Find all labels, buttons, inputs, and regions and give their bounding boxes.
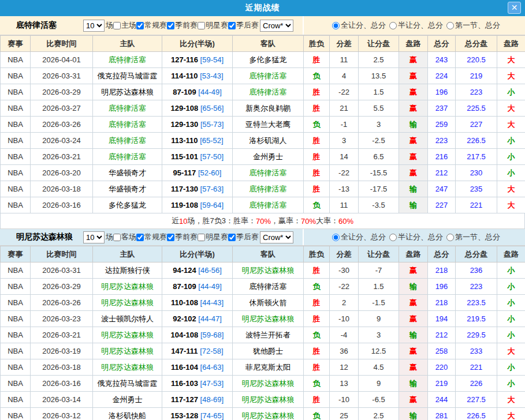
handicap-cell: 2.5	[359, 52, 399, 68]
games-suffix-label: 场	[106, 20, 113, 31]
table-row: NBA 2026-03-19 明尼苏达森林狼 147-111 [72-58] 犹…	[1, 343, 525, 359]
preseason-checkbox-2[interactable]	[167, 234, 174, 241]
home-team-cell: 金州勇士	[93, 392, 162, 408]
full-handicap-radio[interactable]	[332, 22, 340, 29]
away-team-cell: 底特律活塞	[233, 197, 304, 213]
allstar-checkbox-2[interactable]	[198, 234, 205, 241]
date-cell: 2026-03-27	[31, 100, 93, 117]
radio-first-quarter[interactable]: 第一节、总分	[443, 20, 500, 31]
diff-cell: -22	[330, 84, 359, 100]
league-cell: NBA	[1, 327, 31, 343]
league-cell: NBA	[1, 100, 31, 117]
first-quarter-radio-2[interactable]	[446, 234, 454, 241]
handicap-cell: -3.5	[359, 197, 399, 213]
col-handicap-result: 盘路	[399, 246, 428, 262]
away-team-cell: 底特律活塞	[233, 165, 304, 181]
result-cell: 胜	[304, 100, 330, 117]
regular-season-checkbox[interactable]	[136, 22, 144, 29]
col-handicap-result: 盘路	[399, 36, 428, 52]
league-cell: NBA	[1, 149, 31, 165]
col-total-line: 总分盘	[456, 36, 497, 52]
ou-result-cell: 大	[497, 197, 525, 213]
diff-cell: 21	[330, 100, 359, 117]
first-quarter-radio[interactable]	[446, 22, 454, 29]
handicap-result-cell: 赢	[399, 359, 428, 376]
radio-half-handicap-2[interactable]: 半让分、总分	[386, 232, 443, 242]
checkbox-preseason[interactable]: 季前赛	[167, 20, 198, 31]
col-away: 客队	[233, 246, 304, 262]
diff-cell: 2	[330, 295, 359, 311]
checkbox-allstar[interactable]: 明星赛	[198, 20, 228, 31]
col-total: 总分	[428, 36, 456, 52]
games-suffix-label-2: 场	[106, 232, 113, 242]
total-cell: 258	[428, 343, 456, 359]
games-table-timberwolves: 赛事 比赛时间 主队 比分(半场) 客队 胜负 分差 让分盘 盘路 总分 总分盘…	[0, 246, 525, 420]
date-cell: 2026-03-31	[31, 262, 93, 279]
checkbox-home-games[interactable]: 主场	[113, 20, 136, 31]
playoffs-checkbox-2[interactable]	[228, 234, 236, 241]
league-cell: NBA	[1, 68, 31, 84]
checkbox-playoffs[interactable]: 季后赛	[228, 20, 259, 31]
home-team-cell: 明尼苏达森林狼	[93, 84, 162, 100]
total-line-cell: 227	[456, 117, 497, 133]
date-cell: 2026-03-12	[31, 408, 93, 420]
away-team-cell: 明尼苏达森林狼	[233, 262, 304, 279]
half-handicap-radio[interactable]	[389, 22, 397, 29]
close-icon[interactable]: ✕	[508, 2, 521, 14]
handicap-cell: 4.5	[359, 359, 399, 376]
checkbox-away-games[interactable]: 客场	[113, 232, 136, 242]
radio-full-handicap[interactable]: 全让分、总分	[329, 20, 386, 31]
odds-source-select[interactable]: Crow*	[260, 20, 293, 32]
summary-segment: 10	[179, 217, 187, 226]
radio-full-handicap-2[interactable]: 全让分、总分	[329, 232, 386, 242]
diff-cell: -1	[330, 117, 359, 133]
score-cell: 114-110 [53-43]	[162, 68, 233, 84]
checkbox-regular-season[interactable]: 常规赛	[136, 20, 167, 31]
score-cell: 110-108 [44-43]	[162, 295, 233, 311]
total-line-cell: 236	[456, 262, 497, 279]
games-tbody-timberwolves: NBA 2026-03-31 达拉斯独行侠 94-124 [46-56] 明尼苏…	[1, 262, 525, 420]
games-count-select-2[interactable]: 10	[83, 231, 105, 243]
away-team-cell: 犹他爵士	[233, 343, 304, 359]
result-cell: 负	[304, 197, 330, 213]
total-line-cell: 223	[456, 84, 497, 100]
ou-result-cell: 大	[497, 343, 525, 359]
handicap-cell: 1.5	[359, 279, 399, 295]
checkbox-allstar-2[interactable]: 明星赛	[198, 232, 228, 242]
total-line-cell: 226	[456, 376, 497, 392]
total-line-cell: 227.5	[456, 392, 497, 408]
total-cell: 218	[428, 295, 456, 311]
checkbox-regular-season-2[interactable]: 常规赛	[136, 232, 167, 242]
half-handicap-radio-2[interactable]	[389, 234, 397, 241]
home-team-cell: 明尼苏达森林狼	[93, 343, 162, 359]
away-games-checkbox[interactable]	[113, 234, 121, 241]
total-cell: 243	[428, 52, 456, 68]
col-total: 总分	[428, 246, 456, 262]
col-ou-result: 盘路	[497, 246, 525, 262]
preseason-checkbox[interactable]	[167, 22, 174, 29]
total-line-cell: 226.5	[456, 408, 497, 420]
allstar-checkbox[interactable]	[198, 22, 205, 29]
total-cell: 223	[428, 133, 456, 149]
full-handicap-radio-2[interactable]	[332, 234, 340, 241]
summary-segment: ，赢率：	[271, 216, 301, 226]
games-count-select[interactable]: 10	[83, 20, 105, 32]
checkbox-playoffs-2[interactable]: 季后赛	[228, 232, 259, 242]
date-cell: 2026-03-14	[31, 392, 93, 408]
checkbox-preseason-2[interactable]: 季前赛	[167, 232, 198, 242]
handicap-result-cell: 赢	[399, 165, 428, 181]
date-cell: 2026-03-19	[31, 343, 93, 359]
regular-season-checkbox-2[interactable]	[136, 234, 144, 241]
total-line-cell: 233	[456, 343, 497, 359]
radio-first-quarter-2[interactable]: 第一节、总分	[443, 232, 500, 242]
odds-source-select-2[interactable]: Crow*	[260, 231, 293, 243]
playoffs-checkbox[interactable]	[228, 22, 236, 29]
col-league: 赛事	[1, 246, 31, 262]
home-games-checkbox[interactable]	[113, 22, 121, 29]
handicap-result-cell: 赢	[399, 311, 428, 327]
handicap-cell: 3	[359, 327, 399, 343]
home-team-cell: 达拉斯独行侠	[93, 262, 162, 279]
away-team-cell: 底特律活塞	[233, 181, 304, 197]
col-home: 主队	[93, 36, 162, 52]
radio-half-handicap[interactable]: 半让分、总分	[386, 20, 443, 31]
